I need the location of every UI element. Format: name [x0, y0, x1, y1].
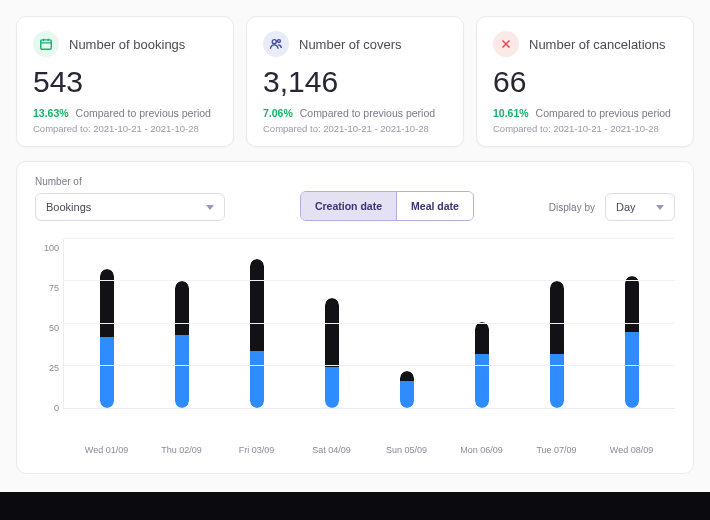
x-tick: Sat 04/09: [294, 445, 369, 455]
x-tick: Thu 02/09: [144, 445, 219, 455]
y-tick: 25: [35, 363, 59, 373]
svg-rect-0: [41, 40, 52, 49]
metric-value: 66: [493, 65, 677, 99]
y-tick: 75: [35, 283, 59, 293]
chart-bar: [250, 259, 264, 408]
number-of-control: Number of Bookings: [35, 176, 225, 221]
chart-bar: [550, 281, 564, 408]
number-of-select[interactable]: Bookings: [35, 193, 225, 221]
metric-delta-label: Compared to previous period: [76, 107, 211, 119]
metric-cards-row: Number of bookings 543 13.63% Compared t…: [16, 16, 694, 147]
chevron-down-icon: [206, 205, 214, 210]
x-tick: Fri 03/09: [219, 445, 294, 455]
metric-delta-pct: 7.06%: [263, 107, 293, 119]
segment-creation-date[interactable]: Creation date: [301, 192, 397, 220]
metric-value: 543: [33, 65, 217, 99]
x-tick: Wed 01/09: [69, 445, 144, 455]
chart-bar: [325, 298, 339, 408]
metric-value: 3,146: [263, 65, 447, 99]
metric-delta-pct: 13.63%: [33, 107, 69, 119]
y-tick: 100: [35, 243, 59, 253]
x-icon: [493, 31, 519, 57]
svg-point-2: [277, 40, 280, 43]
metric-compare-range: Compared to: 2021-10-21 - 2021-10-28: [263, 123, 447, 134]
segment-meal-date[interactable]: Meal date: [397, 192, 473, 220]
metric-delta: 7.06% Compared to previous period: [263, 107, 447, 119]
chart-bar: [400, 371, 414, 408]
number-of-value: Bookings: [46, 201, 91, 213]
chevron-down-icon: [656, 205, 664, 210]
display-by-select[interactable]: Day: [605, 193, 675, 221]
calendar-icon: [33, 31, 59, 57]
number-of-label: Number of: [35, 176, 225, 187]
chart-bar: [100, 269, 114, 408]
chart-panel: Number of Bookings Creation date Meal da…: [16, 161, 694, 474]
metric-delta-label: Compared to previous period: [536, 107, 671, 119]
metric-card-cancelations: Number of cancelations 66 10.61% Compare…: [476, 16, 694, 147]
metric-card-covers: Number of covers 3,146 7.06% Compared to…: [246, 16, 464, 147]
metric-delta-label: Compared to previous period: [300, 107, 435, 119]
metric-delta-pct: 10.61%: [493, 107, 529, 119]
y-tick: 0: [35, 403, 59, 413]
metric-title: Number of covers: [299, 37, 402, 52]
chart: 1007550250 Wed 01/09Thu 02/09Fri 03/09Sa…: [35, 239, 675, 455]
x-tick: Tue 07/09: [519, 445, 594, 455]
chart-bar: [625, 276, 639, 408]
x-tick: Sun 05/09: [369, 445, 444, 455]
display-by-value: Day: [616, 201, 636, 213]
chart-y-axis: 1007550250: [35, 239, 63, 409]
metric-title: Number of bookings: [69, 37, 185, 52]
chart-x-axis: Wed 01/09Thu 02/09Fri 03/09Sat 04/09Sun …: [35, 439, 675, 455]
people-icon: [263, 31, 289, 57]
bottom-strip: [0, 492, 710, 520]
x-tick: Wed 08/09: [594, 445, 669, 455]
metric-compare-range: Compared to: 2021-10-21 - 2021-10-28: [493, 123, 677, 134]
chart-plot-area: [63, 239, 675, 409]
x-tick: Mon 06/09: [444, 445, 519, 455]
chart-bar: [175, 281, 189, 408]
svg-point-1: [272, 40, 276, 44]
metric-card-bookings: Number of bookings 543 13.63% Compared t…: [16, 16, 234, 147]
y-tick: 50: [35, 323, 59, 333]
metric-title: Number of cancelations: [529, 37, 666, 52]
metric-delta: 13.63% Compared to previous period: [33, 107, 217, 119]
date-mode-segment: Creation date Meal date: [300, 191, 474, 221]
metric-compare-range: Compared to: 2021-10-21 - 2021-10-28: [33, 123, 217, 134]
display-by-label: Display by: [549, 202, 595, 213]
metric-delta: 10.61% Compared to previous period: [493, 107, 677, 119]
